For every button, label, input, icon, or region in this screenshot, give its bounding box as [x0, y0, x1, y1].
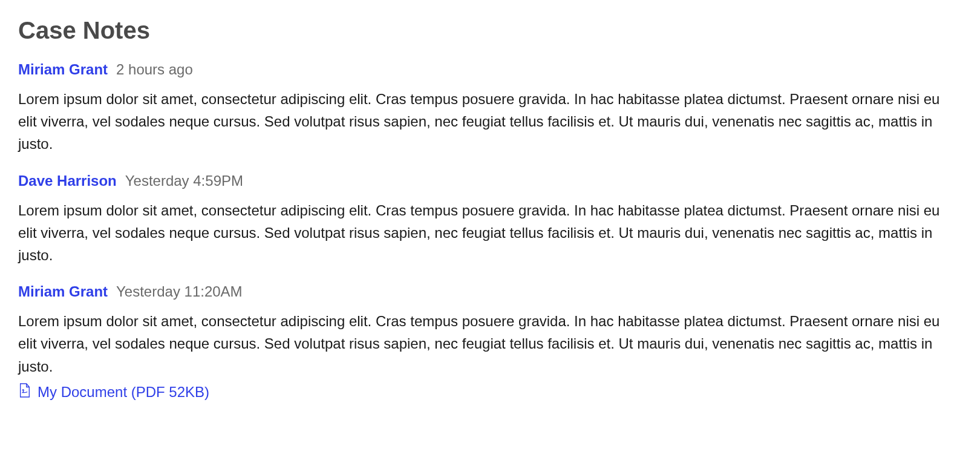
note-body: Lorem ipsum dolor sit amet, consectetur … [18, 199, 956, 267]
case-note: Dave Harrison Yesterday 4:59PM Lorem ips… [18, 172, 962, 267]
note-timestamp: Yesterday 11:20AM [116, 283, 243, 300]
note-author-link[interactable]: Miriam Grant [18, 61, 108, 78]
note-body: Lorem ipsum dolor sit amet, consectetur … [18, 310, 956, 378]
page-title: Case Notes [18, 17, 962, 44]
note-author-link[interactable]: Dave Harrison [18, 172, 117, 189]
case-note: Miriam Grant Yesterday 11:20AM Lorem ips… [18, 283, 962, 402]
note-header: Dave Harrison Yesterday 4:59PM [18, 172, 962, 189]
note-timestamp: 2 hours ago [116, 61, 193, 78]
attachment-link[interactable]: My Document (PDF 52KB) [18, 382, 209, 402]
note-body: Lorem ipsum dolor sit amet, consectetur … [18, 88, 956, 156]
file-pdf-icon [18, 382, 31, 402]
note-author-link[interactable]: Miriam Grant [18, 283, 108, 300]
note-header: Miriam Grant Yesterday 11:20AM [18, 283, 962, 300]
case-note: Miriam Grant 2 hours ago Lorem ipsum dol… [18, 61, 962, 156]
note-header: Miriam Grant 2 hours ago [18, 61, 962, 78]
note-timestamp: Yesterday 4:59PM [125, 172, 243, 189]
attachment-label: My Document (PDF 52KB) [38, 384, 209, 401]
